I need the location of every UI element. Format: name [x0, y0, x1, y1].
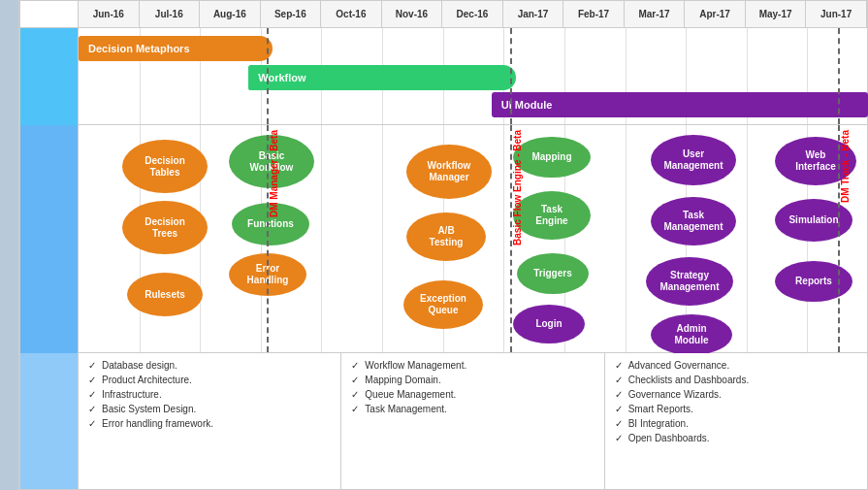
month-cell-6: Dec-16	[442, 1, 503, 27]
month-cell-7: Jan-17	[503, 1, 564, 27]
month-cell-9: Mar-17	[625, 1, 686, 27]
deliverable-item-0-3: Basic System Design.	[88, 402, 331, 416]
deliverable-item-1-1: Mapping Domain.	[351, 373, 594, 387]
month-cell-4: Oct-16	[321, 1, 382, 27]
month-cell-1: Jul-16	[140, 1, 201, 27]
month-cell-5: Nov-16	[382, 1, 443, 27]
features-section: DecisionTablesDecisionTreesRulesetsBasic…	[79, 125, 867, 353]
deliverable-item-2-2: Governance Wizards.	[615, 387, 857, 402]
deliverable-item-2-3: Smart Reports.	[615, 402, 857, 416]
month-cell-0: Jun-16	[79, 1, 140, 27]
cap-bar-0: Decision Metaphors	[79, 36, 273, 61]
feature-oval-11: Triggers	[517, 253, 589, 294]
product-roadmap-label	[0, 0, 19, 490]
deliverable-item-0-4: Error handling framework.	[88, 416, 331, 431]
capability-section: Decision MetaphorsWorkflowUI Module	[79, 28, 867, 125]
content-rows: Decision MetaphorsWorkflowUI Module Deci…	[20, 28, 867, 489]
deliverable-item-0-2: Infrastructure.	[88, 387, 331, 402]
deliverables-col-0: Database design.Product Architecture.Inf…	[79, 353, 341, 489]
main-container: Jun-16Jul-16Aug-16Sep-16Oct-16Nov-16Dec-…	[0, 0, 868, 490]
cap-bar-1: Workflow	[248, 65, 516, 90]
deliverable-item-1-2: Queue Management.	[351, 387, 594, 402]
right-content: Decision MetaphorsWorkflowUI Module Deci…	[79, 28, 867, 489]
feat-month-line-5	[382, 125, 383, 352]
feature-oval-1: DecisionTrees	[122, 201, 208, 254]
feature-oval-18: Simulation	[775, 199, 852, 242]
feature-oval-15: StrategyManagement	[646, 257, 733, 306]
deliverable-item-1-0: Workflow Management.	[351, 358, 594, 373]
deliverable-item-2-4: BI Integration.	[615, 416, 857, 431]
month-cell-3: Sep-16	[261, 1, 322, 27]
deliverable-item-2-0: Advanced Governance.	[615, 358, 857, 373]
month-cell-12: Jun-17	[806, 1, 867, 27]
beta-label-2: DM Track - Beta	[840, 130, 851, 203]
deliverables-col-1: Workflow Management.Mapping Domain.Queue…	[341, 353, 604, 489]
header-empty	[20, 1, 79, 27]
feature-oval-13: UserManagement	[651, 135, 736, 185]
feature-oval-7: A/BTesting	[406, 212, 486, 261]
capability-label	[20, 28, 78, 125]
feature-oval-19: Reports	[775, 261, 852, 302]
deliverables-label	[20, 353, 78, 489]
deliverable-item-0-1: Product Architecture.	[88, 373, 331, 387]
deliverables-section: Database design.Product Architecture.Inf…	[79, 353, 867, 489]
deliverable-item-2-5: Open Dashboards.	[615, 431, 857, 445]
feat-month-line-4	[321, 125, 322, 352]
deliverable-item-0-0: Database design.	[88, 358, 331, 373]
deliverables-cols: Database design.Product Architecture.Inf…	[79, 353, 867, 489]
left-labels	[20, 28, 79, 489]
dashed-line-1-0	[510, 28, 512, 124]
months-header: Jun-16Jul-16Aug-16Sep-16Oct-16Nov-16Dec-…	[79, 1, 867, 27]
feature-oval-14: TaskManagement	[651, 197, 736, 245]
dashed-line-0-0	[267, 28, 269, 124]
feature-oval-6: WorkflowManager	[406, 145, 492, 199]
feat-month-line-9	[626, 125, 627, 352]
feature-oval-10: TaskEngine	[513, 191, 591, 240]
features-label	[20, 125, 78, 353]
feature-oval-12: Login	[513, 305, 585, 343]
feature-oval-8: ExceptionQueue	[403, 280, 483, 329]
month-cell-8: Feb-17	[563, 1, 625, 27]
month-cell-2: Aug-16	[200, 1, 261, 27]
deliverable-item-2-1: Checklists and Dashboards.	[615, 373, 857, 387]
month-cell-11: May-17	[746, 1, 807, 27]
month-cell-10: Apr-17	[685, 1, 746, 27]
deliverables-col-2: Advanced Governance.Checklists and Dashb…	[605, 353, 867, 489]
feat-month-line-7	[503, 125, 504, 352]
feat-month-line-11	[747, 125, 748, 352]
header-row: Jun-16Jul-16Aug-16Sep-16Oct-16Nov-16Dec-…	[20, 1, 867, 28]
grid-area: Jun-16Jul-16Aug-16Sep-16Oct-16Nov-16Dec-…	[19, 0, 868, 490]
feature-oval-2: Rulesets	[127, 273, 203, 316]
feature-oval-0: DecisionTables	[122, 140, 208, 193]
dashed-line-2-0	[838, 28, 840, 124]
beta-label-0: DM Manager - Beta	[269, 130, 279, 217]
cap-bar-2: UI Module	[492, 92, 868, 117]
deliverable-item-1-3: Task Management.	[351, 402, 594, 416]
feature-oval-16: AdminModule	[651, 314, 732, 355]
feature-oval-9: Mapping	[513, 137, 591, 178]
beta-label-1: Basic Flow Engine - Beta	[512, 130, 523, 245]
